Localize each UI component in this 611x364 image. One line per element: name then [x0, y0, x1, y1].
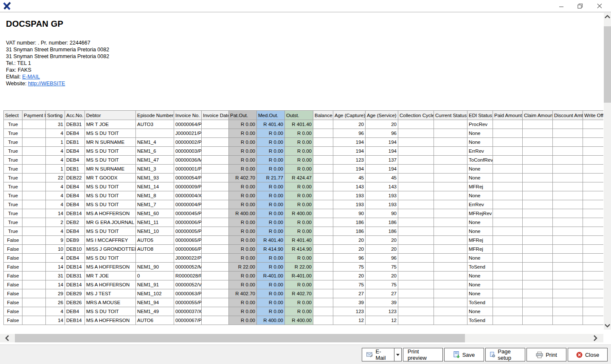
table-cell[interactable]	[313, 298, 333, 307]
table-cell[interactable]	[583, 218, 604, 227]
table-cell[interactable]	[553, 236, 583, 245]
table-cell[interactable]: 20	[333, 272, 366, 280]
column-header[interactable]: Age (Capture)	[333, 111, 366, 120]
table-cell[interactable]: R 0.00	[285, 156, 313, 165]
table-cell[interactable]: MRS A MOUSE	[85, 298, 136, 307]
table-cell[interactable]: 96	[366, 129, 398, 138]
table-cell[interactable]	[583, 289, 604, 298]
table-cell[interactable]: R 0.00	[229, 129, 257, 138]
table-cell[interactable]	[202, 289, 229, 298]
table-cell[interactable]: R 22.00	[229, 263, 257, 272]
table-cell[interactable]: R 0.00	[285, 138, 313, 147]
table-cell[interactable]: R 0.00	[257, 191, 285, 200]
table-cell[interactable]: False	[4, 254, 23, 263]
table-cell[interactable]	[23, 280, 46, 289]
table-cell[interactable]	[523, 236, 553, 245]
table-cell[interactable]: True	[4, 156, 23, 165]
scroll-down-icon[interactable]	[604, 322, 611, 328]
table-cell[interactable]: R 400.00	[285, 316, 313, 325]
horizontal-scrollbar[interactable]	[0, 334, 603, 342]
table-cell[interactable]: ToSend	[467, 316, 493, 325]
table-row[interactable]: False26DEB26MRS A MOUSENEM1_9400000055/P…	[4, 298, 604, 307]
table-cell[interactable]: MS S DU TOIT	[85, 307, 136, 316]
table-cell[interactable]: R 0.00	[285, 280, 313, 289]
table-cell[interactable]	[434, 209, 467, 218]
table-row[interactable]: False31DEB31MR T JOE0R0000028/PR 0.00R-4…	[4, 272, 604, 280]
table-cell[interactable]	[313, 174, 333, 182]
table-cell[interactable]: NEM1_7	[136, 200, 174, 209]
table-cell[interactable]: R 401.40	[285, 236, 313, 245]
table-row[interactable]: True4DEB4MS S DU TOITJ0000021/PR 0.00R 0…	[4, 129, 604, 138]
print-button[interactable]: Print	[527, 348, 566, 361]
table-cell[interactable]: 4	[46, 200, 65, 209]
table-cell[interactable]: R 0.00	[257, 156, 285, 165]
table-cell[interactable]	[398, 147, 434, 156]
table-cell[interactable]: True	[4, 120, 23, 129]
table-cell[interactable]: 4	[46, 182, 65, 191]
table-cell[interactable]: DEB9	[65, 236, 85, 245]
table-cell[interactable]: 1	[46, 138, 65, 147]
table-cell[interactable]: R 0.00	[257, 227, 285, 236]
table-cell[interactable]	[553, 174, 583, 182]
table-cell[interactable]	[398, 182, 434, 191]
table-cell[interactable]: DEB4	[65, 156, 85, 165]
table-cell[interactable]	[434, 191, 467, 200]
table-cell[interactable]: R 0.00	[229, 147, 257, 156]
table-cell[interactable]	[523, 254, 553, 263]
table-cell[interactable]: 00000067/P	[174, 316, 202, 325]
table-cell[interactable]: R 0.00	[229, 156, 257, 165]
table-row[interactable]: True4DEB4MS S DU TOITNEM1_4700000036/MR …	[4, 156, 604, 165]
table-row[interactable]: False9DEB9MS I MCCAFFREYAUTO500000065/PR…	[4, 236, 604, 245]
table-cell[interactable]: 00000003/P	[174, 147, 202, 156]
table-cell[interactable]: 9	[46, 236, 65, 245]
column-header[interactable]: Sorting	[46, 111, 65, 120]
table-cell[interactable]: 194	[333, 147, 366, 156]
table-cell[interactable]: DEB4	[65, 254, 85, 263]
table-cell[interactable]: R 401.40	[285, 120, 313, 129]
table-cell[interactable]	[434, 236, 467, 245]
table-cell[interactable]: 143	[333, 182, 366, 191]
page-setup-button[interactable]: Page setup	[485, 348, 525, 361]
table-cell[interactable]	[398, 138, 434, 147]
table-cell[interactable]: 00000052/V	[174, 280, 202, 289]
column-header[interactable]: Balance	[313, 111, 333, 120]
table-cell[interactable]	[398, 191, 434, 200]
table-cell[interactable]: False	[4, 280, 23, 289]
table-cell[interactable]: 20	[333, 245, 366, 254]
table-cell[interactable]: MS J TEST	[85, 289, 136, 298]
table-cell[interactable]: MS S DU TOIT	[85, 254, 136, 263]
table-cell[interactable]	[523, 156, 553, 165]
table-cell[interactable]	[136, 254, 174, 263]
column-header[interactable]: Invoice No.	[174, 111, 202, 120]
table-cell[interactable]: 20	[333, 236, 366, 245]
table-cell[interactable]: 4	[46, 129, 65, 138]
table-cell[interactable]: MR N SURNAME	[85, 138, 136, 147]
table-cell[interactable]	[553, 147, 583, 156]
table-cell[interactable]: None	[467, 174, 493, 182]
table-row[interactable]: True4DEB4MS S DU TOITNEM1_1000000005/PR …	[4, 227, 604, 236]
table-cell[interactable]	[202, 200, 229, 209]
table-cell[interactable]: DEB1	[65, 138, 85, 147]
table-cell[interactable]	[23, 307, 46, 316]
table-cell[interactable]	[434, 254, 467, 263]
table-cell[interactable]	[23, 156, 46, 165]
table-cell[interactable]	[583, 298, 604, 307]
table-cell[interactable]	[23, 165, 46, 174]
table-cell[interactable]: R 0.00	[257, 182, 285, 191]
table-cell[interactable]	[493, 182, 523, 191]
table-cell[interactable]: False	[4, 316, 23, 325]
table-cell[interactable]	[553, 209, 583, 218]
column-header[interactable]: Age (Service)	[366, 111, 398, 120]
close-icon[interactable]	[590, 0, 609, 12]
table-cell[interactable]: 00000002/P	[174, 138, 202, 147]
table-cell[interactable]: DEB14	[65, 209, 85, 218]
table-cell[interactable]: True	[4, 191, 23, 200]
table-cell[interactable]	[553, 191, 583, 200]
table-cell[interactable]: R 0.00	[229, 200, 257, 209]
table-cell[interactable]: True	[4, 182, 23, 191]
table-cell[interactable]: R 400.00	[285, 209, 313, 218]
table-cell[interactable]	[398, 263, 434, 272]
table-cell[interactable]: R 0.00	[229, 245, 257, 254]
table-cell[interactable]	[23, 227, 46, 236]
table-cell[interactable]: R 0.00	[229, 272, 257, 280]
